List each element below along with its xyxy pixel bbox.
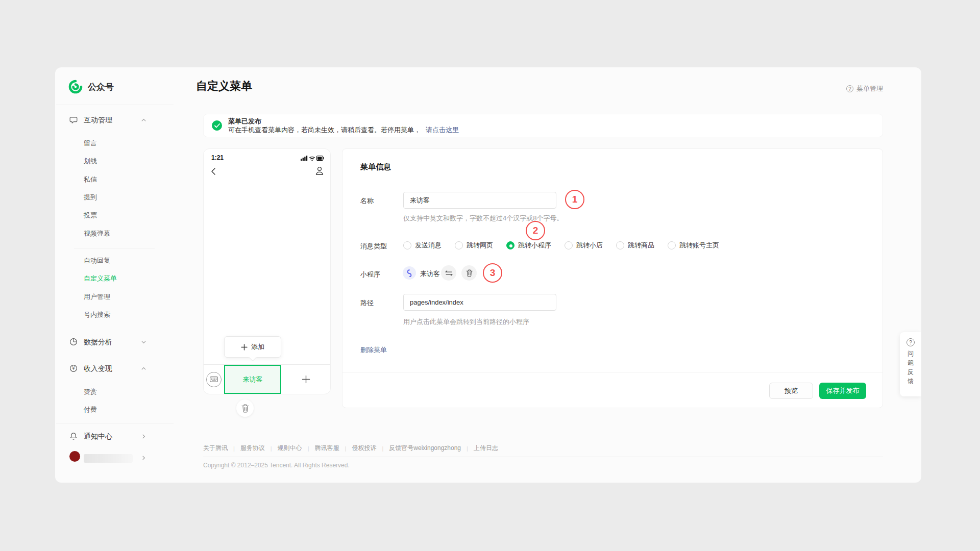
sidebar-item-mentions[interactable]: 提到 bbox=[84, 193, 97, 203]
footer-separator: | bbox=[345, 445, 347, 452]
miniprogram-label: 小程序 bbox=[360, 270, 380, 279]
official-account-logo-icon bbox=[68, 80, 83, 94]
add-menu-label: 添加 bbox=[251, 342, 264, 352]
footer-link-support[interactable]: 腾讯客服 bbox=[315, 444, 339, 453]
sidebar-group-analytics[interactable]: 数据分析 bbox=[55, 335, 174, 348]
sidebar-item-private-message[interactable]: 私信 bbox=[84, 175, 97, 185]
sidebar-group-label: 互动管理 bbox=[84, 116, 112, 125]
footer-separator: | bbox=[271, 445, 272, 452]
sidebar-group-income[interactable]: ¥ 收入变现 bbox=[55, 362, 174, 375]
radio-circle bbox=[565, 241, 573, 249]
success-check-icon bbox=[212, 120, 222, 131]
sidebar-divider bbox=[56, 105, 174, 105]
chevron-down-icon bbox=[141, 339, 146, 345]
sidebar-item-paid-content[interactable]: 付费 bbox=[84, 405, 97, 415]
radio-jump-profile[interactable]: 跳转账号主页 bbox=[668, 241, 719, 250]
delete-drop-target[interactable] bbox=[236, 399, 254, 417]
chevron-up-icon bbox=[141, 117, 146, 123]
radio-label: 跳转账号主页 bbox=[679, 241, 719, 250]
sidebar-group-interact[interactable]: 互动管理 bbox=[55, 113, 174, 127]
footer-separator: | bbox=[308, 445, 309, 452]
profile-person-icon[interactable] bbox=[315, 166, 324, 176]
menu-management-label: 菜单管理 bbox=[856, 84, 883, 93]
banner-disable-link[interactable]: 请点击这里 bbox=[426, 126, 459, 134]
menu-info-card: 菜单信息 名称 1 仅支持中英文和数字，字数不超过4个汉字或8个字母。 消息类型… bbox=[342, 148, 883, 408]
radio-jump-product[interactable]: 跳转商品 bbox=[616, 241, 654, 250]
radio-label: 发送消息 bbox=[415, 241, 442, 250]
remove-miniprogram-button[interactable] bbox=[461, 265, 477, 281]
footer-link-complaint[interactable]: 侵权投诉 bbox=[352, 444, 376, 453]
miniprogram-icon bbox=[403, 266, 416, 280]
brand: 公众号 bbox=[68, 80, 114, 94]
section-title: 菜单信息 bbox=[360, 162, 391, 172]
banner-body-line: 可在手机查看菜单内容，若尚未生效，请稍后查看。若停用菜单，请点击这里 bbox=[228, 126, 459, 134]
menu-management-help-link[interactable]: ? 菜单管理 bbox=[846, 84, 883, 93]
message-type-options: 发送消息 跳转网页 跳转小程序 跳转小店 跳转商品 跳转账号主页 bbox=[403, 237, 719, 254]
delete-menu-link[interactable]: 删除菜单 bbox=[360, 345, 387, 355]
keyboard-toggle[interactable] bbox=[204, 365, 224, 394]
back-chevron-icon[interactable] bbox=[210, 167, 217, 176]
sidebar-item-underline[interactable]: 划线 bbox=[84, 157, 97, 167]
banner-body: 可在手机查看菜单内容，若尚未生效，请稍后查看。若停用菜单， bbox=[228, 126, 421, 134]
footer-link-agreement[interactable]: 服务协议 bbox=[240, 444, 265, 453]
swap-miniprogram-button[interactable] bbox=[441, 265, 456, 281]
footer-link-about[interactable]: 关于腾讯 bbox=[203, 444, 228, 453]
sidebar-divider bbox=[56, 423, 174, 423]
phone-menu-bar: 来访客 bbox=[204, 364, 330, 394]
name-input[interactable] bbox=[403, 192, 556, 209]
sidebar-sub-divider bbox=[74, 248, 155, 248]
account-row[interactable] bbox=[55, 453, 174, 466]
chevron-right-icon bbox=[141, 455, 146, 461]
question-circle-icon: ? bbox=[846, 85, 853, 92]
sidebar-group-label: 收入变现 bbox=[84, 364, 112, 373]
radio-send-message[interactable]: 发送消息 bbox=[403, 241, 442, 250]
preview-button[interactable]: 预览 bbox=[769, 383, 813, 399]
path-input[interactable] bbox=[403, 294, 556, 311]
footer-separator: | bbox=[467, 445, 468, 452]
trash-icon bbox=[241, 404, 249, 413]
feedback-tab[interactable]: ? 问 题 反 馈 bbox=[900, 332, 921, 396]
chevron-right-icon bbox=[141, 434, 146, 439]
path-hint: 用户点击此菜单会跳转到当前路径的小程序 bbox=[403, 317, 529, 327]
plus-icon bbox=[241, 344, 248, 350]
footer-link-upload-log[interactable]: 上传日志 bbox=[474, 444, 498, 453]
sidebar-item-account-search[interactable]: 号内搜索 bbox=[84, 310, 110, 320]
sidebar-group-label: 通知中心 bbox=[84, 432, 112, 441]
annotation-1: 1 bbox=[565, 190, 584, 209]
bell-icon bbox=[69, 432, 78, 440]
radio-label: 跳转小程序 bbox=[518, 241, 551, 250]
published-banner: 菜单已发布 可在手机查看菜单内容，若尚未生效，请稍后查看。若停用菜单，请点击这里 bbox=[203, 114, 883, 137]
sidebar-item-comments[interactable]: 留言 bbox=[84, 139, 97, 149]
brand-name: 公众号 bbox=[88, 81, 114, 93]
sidebar-item-auto-reply[interactable]: 自动回复 bbox=[84, 256, 110, 266]
radio-jump-store[interactable]: 跳转小店 bbox=[565, 241, 603, 250]
keyboard-icon bbox=[206, 372, 222, 387]
sidebar-item-custom-menu[interactable]: 自定义菜单 bbox=[84, 274, 117, 284]
phone-add-menu-cell[interactable] bbox=[281, 365, 330, 394]
radio-jump-miniprogram[interactable]: 跳转小程序 bbox=[506, 241, 551, 250]
form-footer-divider bbox=[342, 372, 883, 372]
footer-link-rules[interactable]: 规则中心 bbox=[278, 444, 302, 453]
add-menu-popover[interactable]: 添加 bbox=[224, 336, 281, 358]
feedback-char: 反 bbox=[908, 368, 914, 376]
phone-menu-item-selected[interactable]: 来访客 bbox=[224, 365, 281, 394]
sidebar-item-appreciation[interactable]: 赞赏 bbox=[84, 387, 97, 397]
footer-link-feedback-account[interactable]: 反馈官号weixingongzhong bbox=[389, 444, 461, 453]
annotation-3: 3 bbox=[483, 263, 502, 283]
sidebar-group-notifications[interactable]: 通知中心 bbox=[55, 430, 174, 443]
feedback-char: 馈 bbox=[908, 378, 914, 385]
save-and-publish-button[interactable]: 保存并发布 bbox=[819, 383, 866, 399]
sidebar-item-user-management[interactable]: 用户管理 bbox=[84, 292, 110, 303]
radio-jump-webpage[interactable]: 跳转网页 bbox=[455, 241, 493, 250]
page-title: 自定义菜单 bbox=[196, 79, 252, 94]
avatar bbox=[69, 451, 80, 462]
sidebar-item-votes[interactable]: 投票 bbox=[84, 211, 97, 221]
radio-circle bbox=[403, 241, 411, 249]
yuan-circle-icon: ¥ bbox=[69, 364, 78, 372]
miniprogram-name: 来访客 bbox=[420, 269, 440, 279]
battery-icon bbox=[317, 156, 324, 161]
message-type-label: 消息类型 bbox=[360, 242, 387, 251]
radio-circle bbox=[455, 241, 463, 249]
sidebar-item-video-danmu[interactable]: 视频弹幕 bbox=[84, 229, 110, 239]
trash-icon bbox=[466, 269, 473, 277]
